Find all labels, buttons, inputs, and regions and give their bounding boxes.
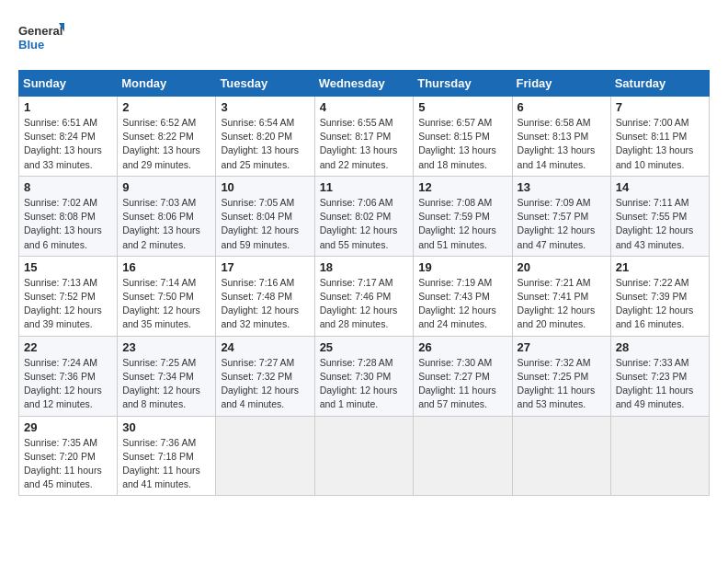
day-info: Sunrise: 7:00 AM Sunset: 8:11 PM Dayligh… — [616, 116, 704, 172]
day-info: Sunrise: 6:52 AM Sunset: 8:22 PM Dayligh… — [122, 116, 210, 172]
day-info: Sunrise: 7:13 AM Sunset: 7:52 PM Dayligh… — [24, 276, 112, 332]
calendar-cell: 23 Sunrise: 7:25 AM Sunset: 7:34 PM Dayl… — [118, 336, 216, 416]
calendar-cell: 30 Sunrise: 7:36 AM Sunset: 7:18 PM Dayl… — [118, 416, 216, 496]
day-info: Sunrise: 7:32 AM Sunset: 7:25 PM Dayligh… — [518, 356, 606, 412]
day-info: Sunrise: 7:03 AM Sunset: 8:06 PM Dayligh… — [122, 196, 210, 252]
day-number: 20 — [518, 260, 606, 274]
day-number: 7 — [616, 100, 704, 114]
day-number: 3 — [221, 100, 309, 114]
calendar-cell: 21 Sunrise: 7:22 AM Sunset: 7:39 PM Dayl… — [610, 256, 709, 336]
day-number: 22 — [24, 340, 112, 354]
day-info: Sunrise: 7:27 AM Sunset: 7:32 PM Dayligh… — [221, 356, 309, 412]
calendar-cell: 10 Sunrise: 7:05 AM Sunset: 8:04 PM Dayl… — [216, 176, 314, 256]
calendar-cell: 26 Sunrise: 7:30 AM Sunset: 7:27 PM Dayl… — [414, 336, 512, 416]
day-info: Sunrise: 7:11 AM Sunset: 7:55 PM Dayligh… — [616, 196, 704, 252]
day-info: Sunrise: 7:22 AM Sunset: 7:39 PM Dayligh… — [616, 276, 704, 332]
day-number: 15 — [24, 260, 112, 274]
day-number: 18 — [320, 260, 409, 274]
day-info: Sunrise: 7:08 AM Sunset: 7:59 PM Dayligh… — [418, 196, 506, 252]
calendar-cell: 29 Sunrise: 7:35 AM Sunset: 7:20 PM Dayl… — [19, 416, 118, 496]
day-number: 4 — [320, 100, 409, 114]
calendar-row: 22 Sunrise: 7:24 AM Sunset: 7:36 PM Dayl… — [19, 336, 710, 416]
day-info: Sunrise: 7:16 AM Sunset: 7:48 PM Dayligh… — [221, 276, 309, 332]
svg-text:General: General — [18, 24, 63, 38]
day-info: Sunrise: 6:51 AM Sunset: 8:24 PM Dayligh… — [24, 116, 112, 172]
day-info: Sunrise: 7:21 AM Sunset: 7:41 PM Dayligh… — [518, 276, 606, 332]
calendar-cell: 8 Sunrise: 7:02 AM Sunset: 8:08 PM Dayli… — [19, 176, 118, 256]
svg-text:Blue: Blue — [18, 38, 44, 52]
calendar-cell: 14 Sunrise: 7:11 AM Sunset: 7:55 PM Dayl… — [610, 176, 709, 256]
calendar-cell: 9 Sunrise: 7:03 AM Sunset: 8:06 PM Dayli… — [118, 176, 216, 256]
day-info: Sunrise: 7:09 AM Sunset: 7:57 PM Dayligh… — [518, 196, 606, 252]
day-number: 24 — [221, 340, 309, 354]
logo: General Blue — [18, 18, 64, 55]
day-number: 1 — [24, 100, 112, 114]
calendar-cell — [414, 416, 512, 496]
calendar-row: 29 Sunrise: 7:35 AM Sunset: 7:20 PM Dayl… — [19, 416, 710, 496]
calendar-cell: 24 Sunrise: 7:27 AM Sunset: 7:32 PM Dayl… — [216, 336, 314, 416]
day-info: Sunrise: 6:57 AM Sunset: 8:15 PM Dayligh… — [418, 116, 506, 172]
calendar-cell: 13 Sunrise: 7:09 AM Sunset: 7:57 PM Dayl… — [512, 176, 610, 256]
calendar-header-row: SundayMondayTuesdayWednesdayThursdayFrid… — [19, 71, 710, 97]
day-info: Sunrise: 7:14 AM Sunset: 7:50 PM Dayligh… — [122, 276, 210, 332]
calendar-cell: 11 Sunrise: 7:06 AM Sunset: 8:02 PM Dayl… — [314, 176, 414, 256]
day-number: 8 — [24, 180, 112, 194]
calendar-cell: 5 Sunrise: 6:57 AM Sunset: 8:15 PM Dayli… — [414, 97, 512, 177]
day-of-week-header: Monday — [118, 71, 216, 97]
calendar-row: 8 Sunrise: 7:02 AM Sunset: 8:08 PM Dayli… — [19, 176, 710, 256]
day-info: Sunrise: 7:36 AM Sunset: 7:18 PM Dayligh… — [122, 436, 210, 492]
day-info: Sunrise: 6:55 AM Sunset: 8:17 PM Dayligh… — [320, 116, 409, 172]
day-number: 13 — [518, 180, 606, 194]
calendar-cell — [314, 416, 414, 496]
day-info: Sunrise: 7:05 AM Sunset: 8:04 PM Dayligh… — [221, 196, 309, 252]
calendar-cell: 2 Sunrise: 6:52 AM Sunset: 8:22 PM Dayli… — [118, 97, 216, 177]
day-number: 26 — [418, 340, 506, 354]
calendar-cell: 28 Sunrise: 7:33 AM Sunset: 7:23 PM Dayl… — [610, 336, 709, 416]
day-info: Sunrise: 7:28 AM Sunset: 7:30 PM Dayligh… — [320, 356, 409, 412]
calendar-cell: 18 Sunrise: 7:17 AM Sunset: 7:46 PM Dayl… — [314, 256, 414, 336]
day-info: Sunrise: 7:17 AM Sunset: 7:46 PM Dayligh… — [320, 276, 409, 332]
day-number: 12 — [418, 180, 506, 194]
day-number: 29 — [24, 420, 112, 434]
day-number: 17 — [221, 260, 309, 274]
day-info: Sunrise: 7:35 AM Sunset: 7:20 PM Dayligh… — [24, 436, 112, 492]
calendar-cell — [216, 416, 314, 496]
calendar-cell: 20 Sunrise: 7:21 AM Sunset: 7:41 PM Dayl… — [512, 256, 610, 336]
day-info: Sunrise: 7:33 AM Sunset: 7:23 PM Dayligh… — [616, 356, 704, 412]
page-header: General Blue — [18, 18, 710, 55]
calendar-cell: 27 Sunrise: 7:32 AM Sunset: 7:25 PM Dayl… — [512, 336, 610, 416]
calendar-cell — [512, 416, 610, 496]
day-info: Sunrise: 7:02 AM Sunset: 8:08 PM Dayligh… — [24, 196, 112, 252]
calendar-cell — [610, 416, 709, 496]
day-of-week-header: Tuesday — [216, 71, 314, 97]
day-of-week-header: Friday — [512, 71, 610, 97]
day-number: 16 — [122, 260, 210, 274]
day-info: Sunrise: 6:54 AM Sunset: 8:20 PM Dayligh… — [221, 116, 309, 172]
day-number: 30 — [122, 420, 210, 434]
calendar-cell: 22 Sunrise: 7:24 AM Sunset: 7:36 PM Dayl… — [19, 336, 118, 416]
calendar-cell: 15 Sunrise: 7:13 AM Sunset: 7:52 PM Dayl… — [19, 256, 118, 336]
day-of-week-header: Thursday — [414, 71, 512, 97]
day-number: 27 — [518, 340, 606, 354]
day-info: Sunrise: 6:58 AM Sunset: 8:13 PM Dayligh… — [518, 116, 606, 172]
day-of-week-header: Wednesday — [314, 71, 414, 97]
calendar-row: 1 Sunrise: 6:51 AM Sunset: 8:24 PM Dayli… — [19, 97, 710, 177]
calendar-cell: 17 Sunrise: 7:16 AM Sunset: 7:48 PM Dayl… — [216, 256, 314, 336]
day-number: 25 — [320, 340, 409, 354]
day-number: 11 — [320, 180, 409, 194]
logo-svg: General Blue — [18, 18, 64, 55]
calendar-row: 15 Sunrise: 7:13 AM Sunset: 7:52 PM Dayl… — [19, 256, 710, 336]
calendar-cell: 6 Sunrise: 6:58 AM Sunset: 8:13 PM Dayli… — [512, 97, 610, 177]
calendar-cell: 3 Sunrise: 6:54 AM Sunset: 8:20 PM Dayli… — [216, 97, 314, 177]
calendar-cell: 4 Sunrise: 6:55 AM Sunset: 8:17 PM Dayli… — [314, 97, 414, 177]
day-number: 2 — [122, 100, 210, 114]
day-info: Sunrise: 7:19 AM Sunset: 7:43 PM Dayligh… — [418, 276, 506, 332]
day-of-week-header: Saturday — [610, 71, 709, 97]
day-info: Sunrise: 7:30 AM Sunset: 7:27 PM Dayligh… — [418, 356, 506, 412]
day-info: Sunrise: 7:24 AM Sunset: 7:36 PM Dayligh… — [24, 356, 112, 412]
calendar-cell: 25 Sunrise: 7:28 AM Sunset: 7:30 PM Dayl… — [314, 336, 414, 416]
day-number: 10 — [221, 180, 309, 194]
day-number: 9 — [122, 180, 210, 194]
day-number: 14 — [616, 180, 704, 194]
calendar-cell: 1 Sunrise: 6:51 AM Sunset: 8:24 PM Dayli… — [19, 97, 118, 177]
